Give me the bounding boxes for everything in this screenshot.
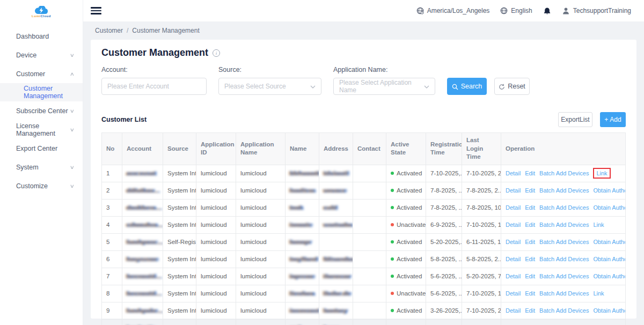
sidebar-item-customer-management[interactable]: Customer Management <box>0 83 83 101</box>
cell-contact <box>353 302 386 319</box>
op-detail-link[interactable]: Detail <box>506 221 521 228</box>
status-label: Unactivated <box>397 221 426 228</box>
op-batch-add-devices-link[interactable]: Batch Add Devices <box>539 307 589 314</box>
cell-name: liewlara <box>286 285 319 302</box>
brand-logo[interactable]: LumiCloud <box>0 0 83 23</box>
brand-name: LumiCloud <box>32 14 51 18</box>
col-registration-time: Registration Time <box>426 133 462 165</box>
op-edit-link[interactable]: Edit <box>525 221 535 228</box>
application-name-select[interactable]: Please Select Application Name <box>333 78 435 95</box>
op-detail-link[interactable]: Detail <box>506 187 521 194</box>
op-link-link[interactable]: Link <box>593 290 604 297</box>
op-detail-link[interactable]: Detail <box>506 239 521 245</box>
sidebar-item-customer[interactable]: Customer∧ <box>0 64 83 83</box>
op-batch-add-devices-link[interactable]: Batch Add Devices <box>539 170 589 176</box>
info-icon[interactable]: i <box>213 49 220 57</box>
sidebar-item-dashboard[interactable]: Dashboard <box>0 27 83 46</box>
sidebar-item-license-management[interactable]: License Management∨ <box>0 120 83 139</box>
status-dot <box>391 240 394 243</box>
cell-no: 3 <box>102 199 122 216</box>
language-selector[interactable]: English <box>500 7 532 15</box>
source-select[interactable]: Please Select Source <box>218 78 321 95</box>
op-obtain-authorization-link[interactable]: Obtain Authorization <box>593 239 625 245</box>
reset-button[interactable]: Reset <box>494 78 530 95</box>
sidebar-item-system[interactable]: System∨ <box>0 158 83 176</box>
cell-account: daskbera... <box>122 199 163 216</box>
op-batch-add-devices-link[interactable]: Batch Add Devices <box>539 239 589 245</box>
cell-operation: DetailEditBatch Add DevicesLink <box>501 285 626 302</box>
op-link-link[interactable]: Link <box>593 221 604 228</box>
sidebar-item-subscribe-center[interactable]: Subscribe Center∨ <box>0 101 83 120</box>
breadcrumb-parent[interactable]: Customer <box>95 27 123 34</box>
status-dot <box>391 206 394 209</box>
cell-application-name: lumicloud <box>236 250 286 268</box>
main-region: America/Los_Angeles English <box>83 0 644 325</box>
op-detail-link[interactable]: Detail <box>506 290 521 297</box>
op-obtain-authorization-link[interactable]: Obtain Authorization <box>593 307 625 314</box>
sidebar-item-device[interactable]: Device∨ <box>0 46 83 64</box>
op-batch-add-devices-link[interactable]: Batch Add Devices <box>539 256 589 262</box>
op-edit-link[interactable]: Edit <box>525 170 535 176</box>
op-link-link[interactable]: Link <box>596 170 607 176</box>
chevron-down-icon: ∨ <box>70 127 75 132</box>
chevron-up-icon: ∧ <box>70 71 75 77</box>
table-row: 9 lumhpake... System Integr lumicloud lu… <box>102 302 626 319</box>
redacted-address: lamtary <box>324 307 347 314</box>
op-batch-add-devices-link[interactable]: Batch Add Devices <box>539 290 589 297</box>
cell-address: fdtsandas <box>319 250 353 268</box>
op-obtain-authorization-link[interactable]: Obtain Authorization <box>593 187 625 194</box>
op-edit-link[interactable]: Edit <box>525 290 535 297</box>
notifications-button[interactable] <box>543 6 551 14</box>
timezone-label: America/Los_Angeles <box>427 7 490 14</box>
plus-icon: + <box>604 116 608 123</box>
export-list-button[interactable]: ExportList <box>558 112 592 127</box>
cell-registration-time: 7-8-2025, ... <box>426 182 462 199</box>
cell-application-name: lumicloud <box>236 285 286 302</box>
search-button[interactable]: Search <box>447 78 487 95</box>
op-edit-link[interactable]: Edit <box>525 307 535 314</box>
op-detail-link[interactable]: Detail <box>506 256 521 262</box>
cell-last-login-time: 7-8-2025, 10... <box>462 199 501 216</box>
op-batch-add-devices-link[interactable]: Batch Add Devices <box>539 187 589 194</box>
timezone-selector[interactable]: America/Los_Angeles <box>416 7 490 15</box>
account-input[interactable] <box>101 78 207 95</box>
chevron-down-icon: ∨ <box>70 165 75 170</box>
table-row: 1 awcxvsat System Integr lumicloud lumic… <box>102 165 626 182</box>
user-icon <box>562 6 570 14</box>
cell-last-login-time: 5-8-2025, 2... <box>462 250 501 268</box>
op-batch-add-devices-link[interactable]: Batch Add Devices <box>539 221 589 228</box>
application-name-label: Application Name: <box>333 66 435 73</box>
cell-application-name: lumicloud <box>236 268 286 285</box>
op-edit-link[interactable]: Edit <box>525 239 535 245</box>
add-button[interactable]: + Add <box>600 112 626 127</box>
cell-contact <box>353 233 386 250</box>
op-obtain-authorization-link[interactable]: Obtain Authorization <box>593 256 625 262</box>
table-row: 6 hmyrunae System Integr lumicloud lumic… <box>102 250 626 268</box>
redacted-account: daskbera... <box>127 204 162 211</box>
op-batch-add-devices-link[interactable]: Batch Add Devices <box>539 204 589 211</box>
user-menu[interactable]: TechsupportTraining <box>562 6 631 14</box>
op-detail-link[interactable]: Detail <box>506 170 521 176</box>
sidebar-item-customize[interactable]: Customize∨ <box>0 176 83 195</box>
cell-name: iasmwast <box>286 302 319 319</box>
customer-table: No Account Source Application ID Applica… <box>101 132 626 325</box>
op-edit-link[interactable]: Edit <box>525 256 535 262</box>
op-detail-link[interactable]: Detail <box>506 307 521 314</box>
cell-active-state: Activated <box>386 165 426 182</box>
customer-management-card: Customer Management i Account: Source: P… <box>91 40 636 319</box>
op-detail-link[interactable]: Detail <box>506 273 521 279</box>
sidebar-item-export-center[interactable]: Export Center <box>0 139 83 158</box>
op-edit-link[interactable]: Edit <box>525 187 535 194</box>
op-obtain-authorization-link[interactable]: Obtain Authorization <box>593 273 625 279</box>
filter-bar: Account: Source: Please Select Source Ap… <box>101 66 626 95</box>
collapse-menu-icon[interactable] <box>91 5 101 16</box>
op-edit-link[interactable]: Edit <box>525 273 535 279</box>
col-source: Source <box>163 133 196 165</box>
op-detail-link[interactable]: Detail <box>506 204 521 211</box>
op-batch-add-devices-link[interactable]: Batch Add Devices <box>539 273 589 279</box>
cell-address <box>319 233 353 250</box>
cell-last-login-time: 7-10-2025, 1... <box>462 216 501 233</box>
cell-registration-time: 5-8-2025, ... <box>426 250 462 268</box>
op-obtain-authorization-link[interactable]: Obtain Authorization <box>593 204 625 211</box>
op-edit-link[interactable]: Edit <box>525 204 535 211</box>
